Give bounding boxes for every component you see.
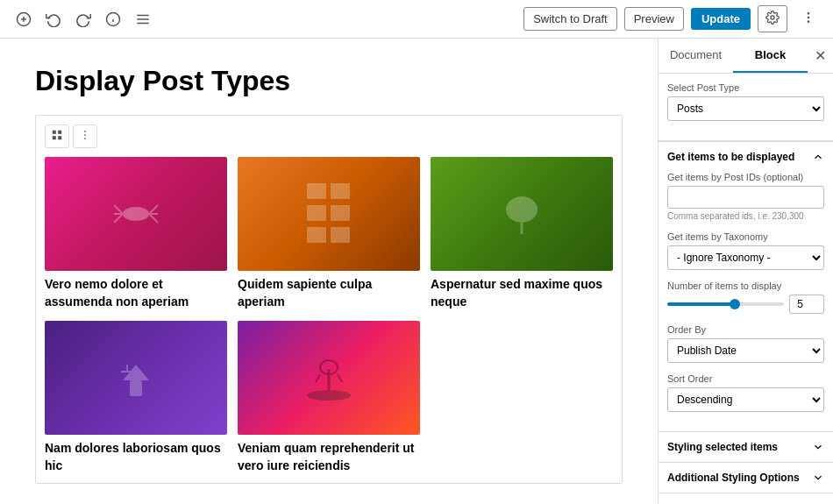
select-post-type-field: Select Post Type Posts Pages Custom (667, 82, 824, 121)
page-title: Display Post Types (35, 65, 623, 97)
post-ids-label: Get items by Post IDs (optional) (667, 172, 824, 182)
svg-line-23 (114, 214, 123, 223)
svg-rect-32 (331, 227, 350, 243)
editor-area: Display Post Types Vero nemo dolore et (0, 39, 658, 504)
post-image-2 (238, 157, 420, 271)
tab-block[interactable]: Block (733, 39, 808, 73)
taxonomy-label: Get items by Taxonomy (667, 231, 824, 242)
svg-point-11 (808, 17, 808, 18)
post-card: Veniam quam reprehenderit ut vero iure r… (238, 321, 420, 474)
svg-point-33 (506, 196, 538, 223)
get-items-toggle[interactable]: Get items to be displayed (659, 141, 833, 172)
toolbar-left (11, 6, 156, 32)
svg-point-12 (808, 21, 808, 22)
post-title-5: Veniam quam reprehenderit ut vero iure r… (238, 440, 420, 474)
post-card: Nam dolores laboriosam quos hic (45, 321, 227, 474)
more-options-button[interactable] (794, 6, 822, 32)
styling-toggle[interactable]: Styling selected items (659, 432, 833, 462)
sidebar: Document Block ✕ Select Post Type Posts … (658, 39, 833, 504)
post-card: Vero nemo dolore et assumenda non aperia… (45, 157, 227, 310)
block-more-button[interactable] (73, 124, 97, 148)
block-toolbar (45, 124, 613, 148)
additional-styling-label: Additional Styling Options (667, 472, 800, 484)
additional-styling-toggle[interactable]: Additional Styling Options (659, 463, 833, 493)
sort-order-select[interactable]: Descending Ascending (667, 387, 824, 412)
svg-rect-35 (130, 380, 142, 396)
post-image-5 (238, 321, 420, 435)
svg-point-18 (84, 134, 86, 136)
main-layout: Display Post Types Vero nemo dolore et (0, 39, 833, 504)
svg-rect-28 (331, 183, 350, 199)
svg-rect-13 (53, 131, 56, 134)
info-button[interactable] (100, 6, 126, 32)
advanced-toggle[interactable]: Advanced (659, 493, 833, 504)
svg-line-24 (149, 205, 158, 214)
svg-point-17 (84, 131, 86, 132)
menu-button[interactable] (130, 6, 156, 32)
select-post-type-select[interactable]: Posts Pages Custom (667, 96, 824, 121)
post-ids-input[interactable] (667, 186, 824, 209)
switch-to-draft-button[interactable]: Switch to Draft (523, 7, 617, 31)
post-ids-field: Get items by Post IDs (optional) Comma s… (667, 172, 824, 221)
post-title-2: Quidem sapiente culpa aperiam (238, 276, 420, 310)
slider-fill (667, 302, 737, 306)
sidebar-close-button[interactable]: ✕ (808, 39, 833, 73)
block-wrapper: Vero nemo dolore et assumenda non aperia… (35, 115, 623, 484)
chevron-down-icon-2 (812, 472, 824, 484)
post-card: Quidem sapiente culpa aperiam (238, 157, 420, 310)
svg-rect-29 (307, 205, 326, 221)
order-by-field: Order By Publish Date Title Random Comme… (667, 324, 824, 363)
redo-button[interactable] (70, 6, 96, 32)
toolbar-right: Switch to Draft Preview Update (523, 5, 822, 32)
order-by-select[interactable]: Publish Date Title Random Comment Count (667, 338, 824, 363)
advanced-section: Advanced (659, 493, 833, 504)
settings-button[interactable] (758, 5, 787, 32)
undo-button[interactable] (40, 6, 67, 32)
styling-label: Styling selected items (667, 441, 778, 453)
sort-order-label: Sort Order (667, 373, 824, 384)
get-items-body: Get items by Post IDs (optional) Comma s… (659, 172, 833, 431)
sort-order-field: Sort Order Descending Ascending (667, 373, 824, 412)
post-image-4 (45, 321, 227, 435)
post-title-4: Nam dolores laboriosam quos hic (45, 440, 227, 474)
grid-view-button[interactable] (45, 124, 69, 148)
svg-rect-14 (58, 131, 61, 134)
slider-track (667, 302, 784, 306)
select-post-type-label: Select Post Type (667, 82, 824, 93)
svg-rect-30 (331, 205, 350, 221)
post-card: Aspernatur sed maxime quos neque (431, 157, 613, 310)
post-title-1: Vero nemo dolore et assumenda non aperia… (45, 276, 227, 310)
svg-line-21 (114, 205, 123, 214)
num-items-field: Number of items to display (667, 280, 824, 314)
svg-line-43 (338, 374, 342, 382)
post-image-3 (431, 157, 613, 271)
order-by-label: Order By (667, 324, 824, 335)
svg-rect-15 (53, 136, 56, 139)
svg-line-26 (149, 214, 158, 223)
update-button[interactable]: Update (691, 8, 751, 30)
post-ids-hint: Comma separated ids, i.e. 230,300 (667, 211, 824, 221)
chevron-up-icon (812, 151, 824, 163)
toolbar: Switch to Draft Preview Update (0, 0, 833, 39)
slider-thumb[interactable] (730, 299, 740, 309)
svg-point-19 (84, 138, 86, 139)
sidebar-tabs: Document Block ✕ (659, 39, 833, 74)
svg-point-20 (123, 207, 149, 221)
num-items-label: Number of items to display (667, 280, 824, 291)
additional-styling-section: Additional Styling Options (659, 462, 833, 493)
chevron-down-icon (812, 441, 824, 453)
styling-section: Styling selected items (659, 431, 833, 462)
get-items-section: Get items to be displayed Get items by P… (659, 140, 833, 431)
tab-document[interactable]: Document (659, 39, 733, 73)
num-items-input[interactable] (789, 295, 824, 314)
preview-button[interactable]: Preview (624, 7, 684, 31)
get-items-label: Get items to be displayed (667, 151, 794, 163)
posts-grid: Vero nemo dolore et assumenda non aperia… (45, 157, 613, 474)
taxonomy-field: Get items by Taxonomy - Ignore Taxonomy … (667, 231, 824, 270)
svg-rect-16 (58, 136, 61, 139)
add-block-button[interactable] (11, 6, 37, 32)
taxonomy-select[interactable]: - Ignore Taxonomy - Category Tag (667, 245, 824, 270)
svg-point-10 (808, 13, 808, 14)
svg-point-9 (771, 16, 774, 19)
svg-line-42 (316, 374, 320, 382)
